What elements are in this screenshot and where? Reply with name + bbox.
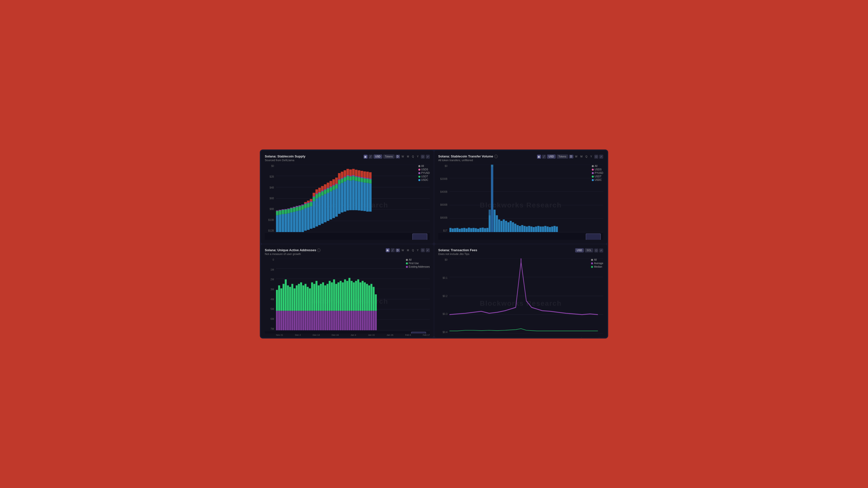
y-label-4b: $4B [265, 186, 274, 189]
share-icon-3[interactable]: ⬡ [421, 248, 425, 252]
currency-sol-btn[interactable]: SOL [585, 248, 593, 253]
time-q-btn[interactable]: Q [411, 155, 415, 158]
time-m-btn[interactable]: M [406, 155, 410, 158]
x-label-feb7-4: Feb 7 [579, 337, 584, 337]
svg-rect-123 [363, 177, 366, 178]
time-q-btn-2[interactable]: Q [584, 155, 589, 158]
svg-rect-229 [311, 311, 313, 330]
svg-rect-124 [363, 171, 366, 177]
svg-rect-22 [290, 213, 293, 232]
share-icon-2[interactable]: ⬡ [594, 155, 598, 159]
time-y-btn[interactable]: Y [415, 155, 420, 158]
bar-chart-icon[interactable]: ▦ [364, 155, 368, 159]
svg-rect-121 [363, 183, 366, 211]
time-m-btn-3[interactable]: M [406, 249, 410, 252]
currency-usd-btn-4[interactable]: USD [575, 248, 584, 253]
svg-rect-186 [553, 226, 555, 232]
svg-rect-37 [304, 208, 307, 231]
svg-rect-79 [333, 185, 335, 186]
svg-rect-35 [301, 205, 304, 210]
minimap-handle[interactable] [412, 233, 427, 240]
time-controls: D W M Q Y [396, 155, 420, 158]
svg-rect-198 [278, 285, 280, 311]
svg-rect-216 [298, 284, 300, 311]
currency-usd-btn-2[interactable]: USD [547, 155, 556, 159]
bar-chart-icon-2[interactable]: ▦ [537, 155, 541, 159]
svg-rect-78 [333, 186, 335, 190]
expand-icon-2[interactable]: ⤢ [599, 155, 603, 159]
time-w-btn-2[interactable]: W [574, 155, 579, 158]
title-group: Solana: Stablecoin Supply Sourced from D… [265, 155, 305, 162]
panel-subtitle-2: All token transfers, unfiltered [438, 159, 498, 162]
svg-rect-94 [344, 177, 346, 182]
minimap-handle-2[interactable] [586, 233, 601, 240]
info-icon-2[interactable]: i [494, 155, 498, 158]
svg-rect-263 [348, 311, 350, 330]
svg-rect-256 [342, 282, 344, 311]
expand-icon-3[interactable]: ⤢ [426, 248, 430, 252]
currency-tokens-btn-2[interactable]: Tokens [557, 155, 568, 159]
x-label-feb6-3: Feb 6 [405, 334, 411, 336]
svg-rect-160 [494, 210, 495, 232]
chart-inner-3: 7M 6M 5M 4M 3M 2M 1M 0 [265, 258, 430, 330]
time-y-btn-3[interactable]: Y [415, 249, 420, 252]
time-q-btn-3[interactable]: Q [411, 249, 415, 252]
time-d-btn-3[interactable]: D [396, 249, 400, 252]
svg-rect-76 [330, 181, 332, 186]
line-chart-icon[interactable]: ╱ [369, 155, 373, 159]
minimap-addresses[interactable] [265, 331, 430, 333]
svg-rect-199 [278, 311, 280, 330]
panel-controls: ▦ ╱ USD Tokens D W M Q Y ⬡ ⤢ [364, 155, 430, 159]
currency-usd-btn[interactable]: USD [374, 155, 382, 159]
svg-rect-63 [321, 191, 323, 191]
y-label-200b: $200B [438, 177, 447, 180]
svg-rect-112 [355, 170, 358, 176]
svg-rect-104 [349, 169, 352, 175]
svg-rect-232 [315, 281, 317, 311]
svg-rect-239 [322, 311, 324, 330]
svg-rect-177 [533, 227, 535, 232]
currency-tokens-btn[interactable]: Tokens [383, 155, 395, 159]
minimap-volume[interactable] [438, 233, 603, 240]
svg-rect-97 [346, 180, 349, 210]
share-icon[interactable]: ⬡ [421, 155, 425, 159]
time-m-btn-2[interactable]: M [579, 155, 584, 158]
svg-rect-173 [524, 226, 526, 232]
chart-inner-2: $1T $800B $600B $400B $200B $0 [438, 165, 603, 232]
minimap-supply[interactable] [265, 233, 430, 240]
time-d-btn-2[interactable]: D [569, 155, 574, 158]
panel-subtitle: Sourced from DefiLlama [265, 159, 305, 162]
expand-icon-4[interactable]: ⤢ [599, 249, 603, 253]
svg-rect-164 [503, 219, 505, 232]
bar-chart-icon-3[interactable]: ▦ [386, 248, 390, 252]
panel-transaction-fees: Solana: Transaction Fees Does not includ… [434, 244, 607, 337]
chart-svg-volume [450, 165, 603, 232]
svg-rect-119 [361, 177, 363, 178]
svg-rect-25 [293, 212, 296, 232]
time-y-btn-2[interactable]: Y [589, 155, 593, 158]
time-d-btn[interactable]: D [396, 155, 400, 158]
expand-icon[interactable]: ⤢ [426, 155, 430, 159]
svg-rect-202 [282, 284, 284, 311]
svg-rect-59 [318, 192, 321, 193]
time-w-btn[interactable]: W [400, 155, 405, 158]
svg-rect-51 [313, 196, 315, 197]
svg-rect-184 [549, 227, 551, 232]
svg-rect-110 [355, 177, 358, 181]
svg-rect-245 [329, 311, 331, 330]
svg-rect-48 [310, 199, 312, 201]
title-group-4: Solana: Transaction Fees Does not includ… [438, 248, 477, 255]
line-chart-icon-2[interactable]: ╱ [542, 155, 546, 159]
minimap-handle-3[interactable] [411, 332, 426, 333]
svg-rect-230 [313, 284, 315, 311]
line-chart-icon-3[interactable]: ╱ [391, 248, 395, 252]
y-label-8b: $8B [265, 208, 274, 210]
svg-rect-74 [330, 187, 332, 191]
share-icon-4[interactable]: ⬡ [594, 249, 598, 253]
x-label-jan28: Jan 28 [560, 337, 567, 337]
panel-transfer-volume: Solana: Stablecoin Transfer Volume i All… [434, 151, 607, 244]
panel-header-4: Solana: Transaction Fees Does not includ… [438, 248, 603, 255]
svg-rect-264 [351, 281, 352, 311]
time-w-btn-3[interactable]: W [400, 249, 405, 252]
info-icon-3[interactable]: i [317, 249, 320, 252]
